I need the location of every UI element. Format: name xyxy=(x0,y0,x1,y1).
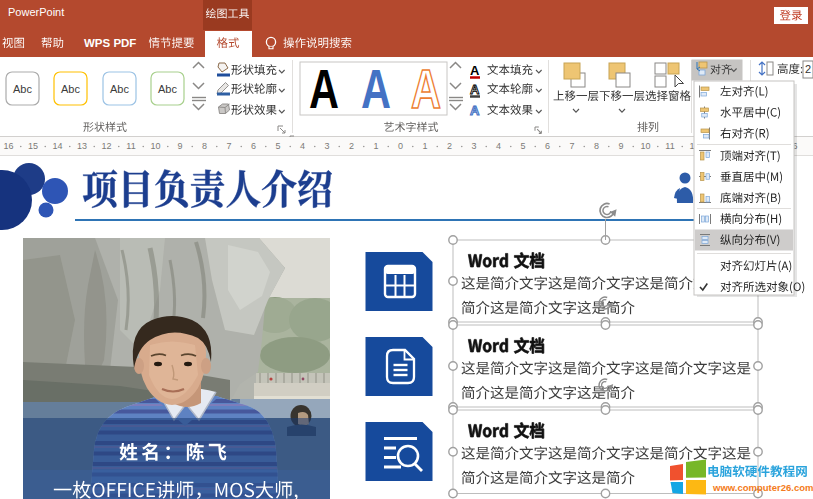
svg-text:15: 15 xyxy=(28,141,38,151)
svg-text:8: 8 xyxy=(594,141,599,151)
svg-text:14: 14 xyxy=(52,141,62,151)
svg-text:Abc: Abc xyxy=(158,83,177,95)
svg-text:10: 10 xyxy=(150,141,160,151)
svg-text:1: 1 xyxy=(373,141,378,151)
svg-text:A: A xyxy=(470,63,480,78)
svg-text:0: 0 xyxy=(398,141,403,151)
svg-text:7: 7 xyxy=(569,141,574,151)
svg-text:11: 11 xyxy=(126,141,135,151)
svg-text:4: 4 xyxy=(300,141,305,151)
svg-text:13: 13 xyxy=(77,141,87,151)
svg-text:8: 8 xyxy=(202,141,207,151)
svg-text:A: A xyxy=(411,58,441,120)
svg-text:12: 12 xyxy=(101,141,111,151)
svg-text:6: 6 xyxy=(545,141,550,151)
svg-text:6: 6 xyxy=(251,141,256,151)
svg-text:5: 5 xyxy=(520,141,525,151)
svg-text:Abc: Abc xyxy=(110,83,129,95)
svg-text:Abc: Abc xyxy=(61,83,80,95)
svg-text:5: 5 xyxy=(275,141,280,151)
svg-text:Abc: Abc xyxy=(13,83,32,95)
svg-text:A: A xyxy=(361,58,391,120)
svg-text:9: 9 xyxy=(177,141,182,151)
svg-text:11: 11 xyxy=(665,141,674,151)
svg-text:A: A xyxy=(470,82,480,97)
svg-text:WPS PDF: WPS PDF xyxy=(84,37,136,49)
svg-text:3: 3 xyxy=(324,141,329,151)
svg-text:3: 3 xyxy=(471,141,476,151)
svg-text:2: 2 xyxy=(447,141,452,151)
svg-text:PowerPoint: PowerPoint xyxy=(8,6,64,18)
svg-text:16: 16 xyxy=(3,141,13,151)
svg-text:9: 9 xyxy=(618,141,623,151)
svg-text:2: 2 xyxy=(805,63,811,75)
svg-text:1: 1 xyxy=(422,141,427,151)
svg-text:2: 2 xyxy=(349,141,354,151)
svg-text:A: A xyxy=(309,58,339,120)
svg-text:A: A xyxy=(470,103,480,118)
svg-text:7: 7 xyxy=(226,141,231,151)
svg-text:4: 4 xyxy=(496,141,501,151)
svg-text:www.computer26.com: www.computer26.com xyxy=(712,482,813,493)
svg-text:10: 10 xyxy=(640,141,650,151)
